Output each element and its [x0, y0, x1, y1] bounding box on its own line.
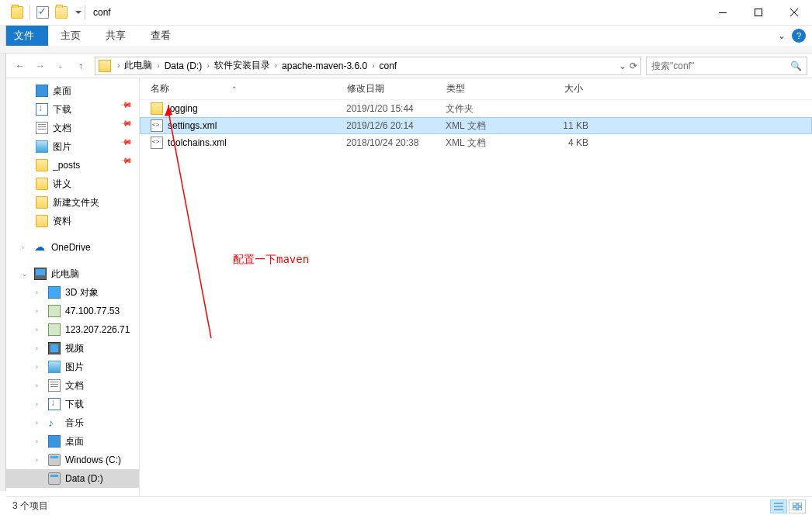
- view-details-button[interactable]: [770, 499, 787, 513]
- sidebar-pc-item[interactable]: ›文档: [6, 376, 139, 395]
- minimize-button[interactable]: [705, 1, 741, 24]
- qat-divider: [29, 5, 30, 19]
- navigation-pane[interactable]: 桌面📌下载📌文档📌图片📌_posts讲义新建文件夹资料 ›☁OneDrive ⌄…: [6, 78, 140, 513]
- sidebar-pc-item[interactable]: ›123.207.226.71: [6, 320, 139, 339]
- fld-icon: [36, 159, 48, 171]
- refresh-icon[interactable]: ⟳: [630, 60, 637, 71]
- help-icon[interactable]: ?: [792, 29, 806, 43]
- svg-rect-1: [755, 9, 762, 16]
- nav-history-dropdown[interactable]: ⌄: [51, 57, 70, 75]
- xml-file-icon: [151, 137, 163, 149]
- breadcrumb-item[interactable]: Data (D:): [161, 60, 206, 71]
- search-input[interactable]: [651, 60, 790, 71]
- sidebar-pc-item[interactable]: ›图片: [6, 358, 139, 376]
- fld-icon: [36, 178, 48, 190]
- file-row[interactable]: settings.xml2019/12/6 20:14XML 文档11 KB: [140, 117, 812, 134]
- sidebar-pc-item[interactable]: ›下载: [6, 395, 139, 413]
- sidebar-pc-item[interactable]: Data (D:): [6, 469, 139, 488]
- desk-icon: [48, 435, 61, 448]
- breadcrumb-sep[interactable]: ›: [273, 61, 279, 70]
- column-header-name[interactable]: 名称⌃: [151, 82, 347, 95]
- close-button[interactable]: [776, 1, 812, 24]
- sidebar-label: _posts: [53, 160, 80, 171]
- sidebar-label: Windows (C:): [65, 455, 121, 465]
- pic-icon: [48, 361, 61, 373]
- search-box[interactable]: 🔍: [646, 57, 807, 75]
- ribbon-tab-home[interactable]: 主页: [48, 26, 93, 46]
- sidebar-label: 视频: [65, 342, 84, 355]
- address-dropdown-icon[interactable]: ⌄: [619, 60, 626, 71]
- sidebar-quick-item[interactable]: 下载: [6, 100, 139, 119]
- srv-icon: [48, 323, 61, 336]
- ribbon-expand-caret-icon[interactable]: ⌄: [776, 30, 787, 41]
- sidebar-onedrive[interactable]: ›☁OneDrive: [6, 238, 139, 257]
- ribbon-tab-view[interactable]: 查看: [138, 26, 183, 46]
- breadcrumb-sep[interactable]: ›: [116, 61, 121, 70]
- svg-rect-5: [798, 503, 802, 506]
- sort-caret-icon: ⌃: [231, 85, 238, 93]
- dl-icon: [48, 398, 61, 410]
- svg-rect-6: [793, 507, 796, 510]
- address-folder-icon: [99, 60, 111, 72]
- sidebar-pc-item[interactable]: ›47.100.77.53: [6, 302, 139, 320]
- sidebar-quick-item[interactable]: 讲义: [6, 175, 139, 193]
- desk-icon: [36, 85, 48, 97]
- sidebar-quick-item[interactable]: 桌面: [6, 81, 139, 100]
- file-name: toolchains.xml: [168, 137, 227, 148]
- maximize-button[interactable]: [741, 1, 776, 24]
- nav-forward-button[interactable]: →: [31, 57, 50, 75]
- breadcrumb-item[interactable]: 此电脑: [121, 59, 155, 72]
- sidebar-pc-item[interactable]: ›♪音乐: [6, 413, 139, 432]
- svg-rect-4: [793, 503, 796, 506]
- sidebar-quick-item[interactable]: 图片: [6, 137, 139, 156]
- folder-icon: [11, 6, 23, 19]
- sidebar-quick-item[interactable]: 文档: [6, 119, 139, 137]
- ribbon-tab-share[interactable]: 共享: [93, 26, 138, 46]
- annotation-text: 配置一下maven: [233, 253, 309, 267]
- breadcrumb-sep[interactable]: ›: [370, 61, 376, 70]
- ribbon-collapsed-area: ⌄ ?: [0, 46, 812, 54]
- sidebar-pc-item[interactable]: ›视频: [6, 339, 139, 358]
- sidebar-label: 资料: [53, 215, 71, 228]
- sidebar-quick-item[interactable]: _posts: [6, 156, 139, 175]
- column-header-size[interactable]: 大小: [533, 82, 589, 95]
- breadcrumb-item[interactable]: 软件安装目录: [211, 59, 273, 72]
- sidebar-label: 此电脑: [51, 268, 79, 281]
- breadcrumb-sep[interactable]: ›: [155, 61, 161, 70]
- doc-icon: [48, 379, 61, 392]
- search-icon[interactable]: 🔍: [790, 60, 802, 71]
- sidebar-thispc[interactable]: ⌄此电脑: [6, 264, 139, 283]
- sidebar-quick-item[interactable]: 新建文件夹: [6, 193, 139, 212]
- breadcrumb-item[interactable]: apache-maven-3.6.0: [279, 60, 370, 71]
- title-bar: conf: [0, 0, 812, 26]
- qat-newfolder-button[interactable]: [55, 6, 68, 19]
- breadcrumb-item[interactable]: conf: [376, 60, 400, 71]
- window-title: conf: [93, 7, 111, 18]
- sidebar-label: 图片: [53, 140, 71, 154]
- sidebar-label: Data (D:): [65, 473, 103, 484]
- file-row[interactable]: logging2019/1/20 15:44文件夹: [140, 100, 812, 117]
- address-bar[interactable]: › 此电脑 › Data (D:) › 软件安装目录 › apache-mave…: [95, 57, 641, 75]
- column-header-type[interactable]: 类型: [446, 82, 533, 95]
- file-row[interactable]: toolchains.xml2018/10/24 20:38XML 文档4 KB: [140, 134, 812, 151]
- xml-file-icon: [151, 119, 163, 132]
- cloud-icon: ☁: [34, 241, 47, 254]
- sidebar-pc-item[interactable]: ›Windows (C:): [6, 451, 139, 469]
- breadcrumb-sep[interactable]: ›: [205, 61, 210, 70]
- file-tab[interactable]: 文件: [0, 26, 48, 46]
- view-icons-button[interactable]: [789, 499, 806, 513]
- sidebar-label: 文档: [53, 122, 71, 135]
- sidebar-label: 3D 对象: [65, 286, 99, 299]
- drive-icon: [48, 472, 61, 485]
- nav-up-button[interactable]: ↑: [71, 57, 90, 75]
- sidebar-pc-item[interactable]: ›3D 对象: [6, 283, 139, 302]
- column-header-date[interactable]: 修改日期: [347, 82, 446, 95]
- sidebar-label: 123.207.226.71: [65, 324, 130, 335]
- folder-icon: [151, 102, 163, 115]
- nav-back-button[interactable]: ←: [11, 57, 29, 75]
- qat-properties-button[interactable]: [36, 6, 49, 19]
- sidebar-pc-item[interactable]: ›桌面: [6, 432, 139, 451]
- quick-access-toolbar: [0, 5, 82, 19]
- qat-dropdown-icon[interactable]: [75, 9, 82, 16]
- sidebar-quick-item[interactable]: 资料: [6, 212, 139, 230]
